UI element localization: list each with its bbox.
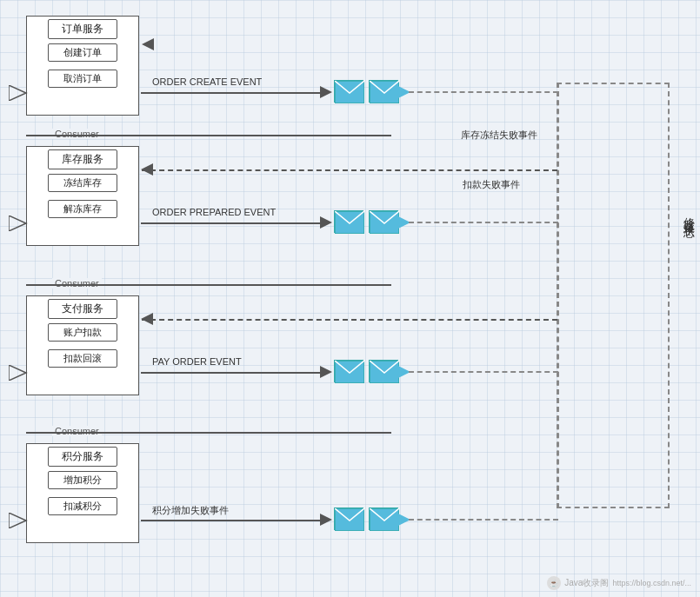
svg-marker-6 (9, 216, 26, 231)
consumer-line-1 (26, 135, 391, 136)
order-h-line (141, 92, 323, 94)
inventory-dashed-input (142, 169, 557, 171)
payment-debit-action: 账户扣款 (48, 323, 117, 342)
svg-marker-13 (320, 366, 332, 378)
inventory-arrow-start (9, 216, 28, 235)
watermark-url: https://blog.csdn.net/... (612, 579, 691, 587)
watermark-icon: ☕ (547, 576, 561, 590)
payment-service-title: 支付服务 (48, 299, 117, 319)
inventory-freeze-action: 冻结库存 (48, 174, 117, 192)
inventory-event-label: ORDER PREPARED EVENT (152, 207, 276, 217)
svg-marker-19 (320, 514, 332, 526)
inventory-dashed-ext (409, 222, 558, 223)
svg-marker-18 (9, 513, 26, 528)
inventory-service-title: 库存服务 (48, 149, 117, 169)
points-envelope-2 (369, 507, 398, 530)
points-h-line (141, 520, 323, 521)
payment-arrow-start (9, 365, 28, 384)
points-service-title: 积分服务 (48, 447, 117, 467)
svg-marker-17 (141, 313, 153, 325)
consumer-line-3 (26, 432, 391, 434)
points-dashed-ext (409, 519, 558, 521)
payment-envelope-arrow (398, 366, 410, 381)
payment-event-label: PAY ORDER EVENT (152, 356, 242, 367)
inventory-envelope-1 (334, 210, 363, 233)
svg-marker-0 (9, 85, 26, 101)
consumer-line-2 (26, 284, 391, 286)
payment-dashed-arrow (141, 313, 153, 328)
order-envelope-arrow (398, 86, 410, 102)
payment-dashed-ext (409, 371, 558, 373)
order-dashed-ext (409, 91, 558, 93)
payment-dashed-input (142, 319, 557, 321)
right-label-modify-order: 修改订单状态 (681, 209, 697, 219)
inventory-freeze-fail-label: 库存冻结失败事件 (461, 129, 537, 142)
right-vert-dashed-line (557, 83, 559, 508)
points-arrow-head (320, 514, 332, 529)
payment-envelope-2 (369, 360, 398, 382)
order-event-label: ORDER CREATE EVENT (152, 76, 262, 87)
inventory-consumer-label: Consumer (52, 129, 102, 139)
order-input-arrow (142, 38, 143, 40)
order-arrow-head (320, 86, 332, 102)
payment-consumer-label: Consumer (52, 278, 102, 289)
inventory-unfreeze-action: 解冻库存 (48, 200, 117, 218)
diagram-container: 修改订单状态 订单服务 创建订单 取消订单 ORDER CREATE EVENT (0, 0, 700, 597)
svg-marker-7 (320, 216, 332, 229)
inventory-envelope-2 (369, 210, 398, 233)
inventory-dashed-arrow (141, 163, 153, 179)
order-cancel-action: 取消订单 (48, 70, 117, 88)
svg-marker-1 (320, 86, 332, 98)
watermark-text: Java收录阁 (564, 577, 609, 589)
points-arrow-start (9, 513, 28, 532)
order-arrow-start (9, 85, 28, 104)
points-deduct-action: 扣减积分 (48, 497, 117, 515)
order-create-action: 创建订单 (48, 43, 117, 62)
watermark: ☕ Java收录阁 https://blog.csdn.net/... (547, 576, 691, 590)
inventory-envelope-arrow (398, 216, 410, 232)
points-event-label: 积分增加失败事件 (152, 504, 229, 517)
order-service-title: 订单服务 (48, 19, 117, 39)
payment-rollback-action: 扣款回滚 (48, 349, 117, 368)
order-envelope-2 (369, 80, 398, 103)
payment-envelope-1 (334, 360, 363, 382)
svg-marker-11 (141, 163, 153, 176)
payment-arrow-head (320, 366, 332, 381)
points-consumer-label: Consumer (52, 426, 102, 436)
outer-dashed-border (557, 83, 670, 508)
order-envelope-1 (334, 80, 363, 103)
payment-fail-label: 扣款失败事件 (463, 178, 520, 191)
svg-marker-5 (142, 38, 154, 50)
points-add-action: 增加积分 (48, 471, 117, 489)
points-envelope-arrow (398, 514, 410, 529)
points-envelope-1 (334, 507, 363, 530)
payment-h-line (141, 372, 323, 374)
inventory-h-line (141, 222, 323, 224)
svg-marker-12 (9, 365, 26, 381)
inventory-arrow-head (320, 216, 332, 232)
